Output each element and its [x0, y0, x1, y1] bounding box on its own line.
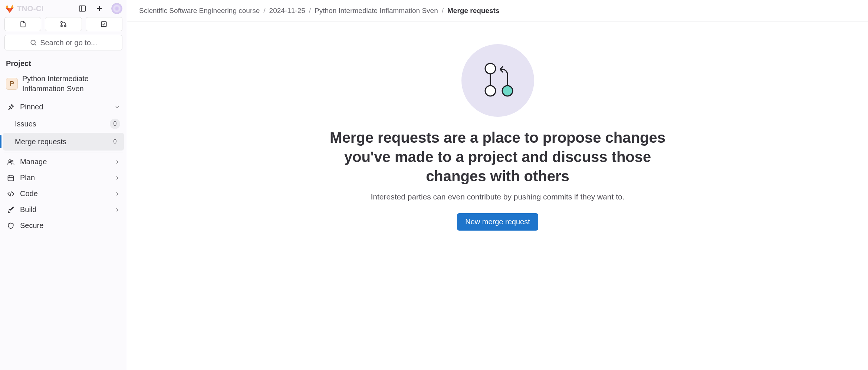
project-row[interactable]: P Python Intermediate Inflammation Sven: [0, 71, 127, 99]
sidebar-item-label: Merge requests: [15, 138, 105, 146]
merge-graph-icon: [476, 58, 520, 103]
breadcrumb-current: Merge requests: [447, 7, 499, 15]
sidebar-item-code[interactable]: Code: [3, 186, 124, 202]
sidebar-item-secure[interactable]: Secure: [3, 218, 124, 234]
search-wrap: Search or go to...: [0, 35, 127, 55]
breadcrumb-link[interactable]: 2024-11-25: [269, 7, 305, 15]
svg-rect-12: [8, 176, 14, 181]
project-avatar: P: [6, 78, 18, 90]
svg-point-10: [9, 159, 11, 162]
breadcrumb-separator: /: [442, 7, 444, 15]
breadcrumb-link[interactable]: Scientific Software Engineering course: [139, 7, 260, 15]
sidebar-section-label: Project: [0, 55, 127, 71]
divider: [4, 152, 123, 152]
quick-merge-requests-button[interactable]: [45, 17, 82, 31]
svg-point-8: [31, 40, 36, 44]
sidebar-item-label: Issues: [15, 120, 105, 128]
code-icon: [7, 190, 15, 198]
sidebar-item-label: Secure: [20, 221, 120, 230]
empty-state-title: Merge requests are a place to propose ch…: [327, 128, 668, 186]
sidebar-item-build[interactable]: Build: [3, 202, 124, 218]
svg-point-19: [485, 63, 496, 74]
new-merge-request-button[interactable]: New merge request: [457, 213, 538, 231]
user-avatar[interactable]: [111, 3, 122, 14]
chevron-down-icon: [114, 104, 120, 110]
quick-issues-button[interactable]: [4, 17, 41, 31]
search-input[interactable]: Search or go to...: [4, 35, 122, 50]
sidebar-item-label: Pinned: [20, 103, 109, 111]
empty-state: Merge requests are a place to propose ch…: [127, 22, 868, 370]
svg-point-5: [61, 25, 62, 27]
sidebar-item-label: Manage: [20, 158, 109, 166]
search-placeholder: Search or go to...: [40, 39, 97, 47]
sidebar-toggle-icon[interactable]: [77, 3, 88, 14]
svg-point-4: [61, 22, 62, 23]
sidebar-item-label: Build: [20, 205, 109, 214]
sidebar-item-pinned[interactable]: Pinned: [3, 99, 124, 115]
sidebar-item-issues[interactable]: Issues 0: [3, 115, 124, 133]
count-badge: 0: [110, 136, 120, 147]
chevron-right-icon: [114, 191, 120, 197]
shield-icon: [7, 222, 15, 229]
gitlab-logo-icon: [4, 3, 15, 14]
merge-request-illustration: [461, 44, 534, 117]
merge-request-icon: [60, 20, 67, 28]
svg-line-9: [35, 44, 36, 46]
sidebar-item-merge-requests[interactable]: Merge requests 0: [3, 133, 124, 151]
chevron-right-icon: [114, 159, 120, 165]
calendar-icon: [7, 174, 15, 182]
nav-list-main: Manage Plan Code: [0, 154, 127, 234]
create-new-icon[interactable]: [94, 3, 105, 14]
svg-rect-7: [102, 22, 106, 26]
quick-actions: [0, 17, 127, 35]
search-icon: [30, 39, 37, 46]
chevron-right-icon: [114, 175, 120, 181]
logo-area[interactable]: TNO-CI: [4, 3, 44, 14]
breadcrumb-link[interactable]: Python Intermediate Inflammation Sven: [315, 7, 438, 15]
svg-rect-0: [79, 6, 86, 11]
svg-line-16: [10, 191, 11, 196]
sidebar-item-manage[interactable]: Manage: [3, 154, 124, 170]
file-icon: [19, 20, 27, 28]
top-actions: [77, 3, 122, 14]
rocket-icon: [7, 206, 15, 214]
logo-text: TNO-CI: [17, 4, 44, 13]
svg-point-6: [65, 25, 66, 27]
sidebar: TNO-CI: [0, 0, 127, 370]
svg-point-20: [485, 86, 496, 96]
users-icon: [7, 158, 15, 166]
count-badge: 0: [110, 119, 120, 129]
todo-icon: [100, 20, 108, 28]
sidebar-item-plan[interactable]: Plan: [3, 170, 124, 186]
nav-list: Pinned Issues 0 Merge requests 0: [0, 99, 127, 151]
pin-icon: [7, 103, 15, 111]
quick-todos-button[interactable]: [86, 17, 122, 31]
breadcrumb-separator: /: [309, 7, 311, 15]
breadcrumb: Scientific Software Engineering course /…: [127, 0, 868, 22]
breadcrumb-separator: /: [263, 7, 265, 15]
main-content: Scientific Software Engineering course /…: [127, 0, 868, 370]
sidebar-item-label: Plan: [20, 174, 109, 182]
project-name: Python Intermediate Inflammation Sven: [22, 74, 121, 94]
svg-point-11: [11, 160, 13, 162]
sidebar-top: TNO-CI: [0, 0, 127, 17]
empty-state-description: Interested parties can even contribute b…: [371, 192, 624, 201]
sidebar-item-label: Code: [20, 189, 109, 198]
svg-point-21: [502, 86, 513, 96]
chevron-right-icon: [114, 207, 120, 213]
